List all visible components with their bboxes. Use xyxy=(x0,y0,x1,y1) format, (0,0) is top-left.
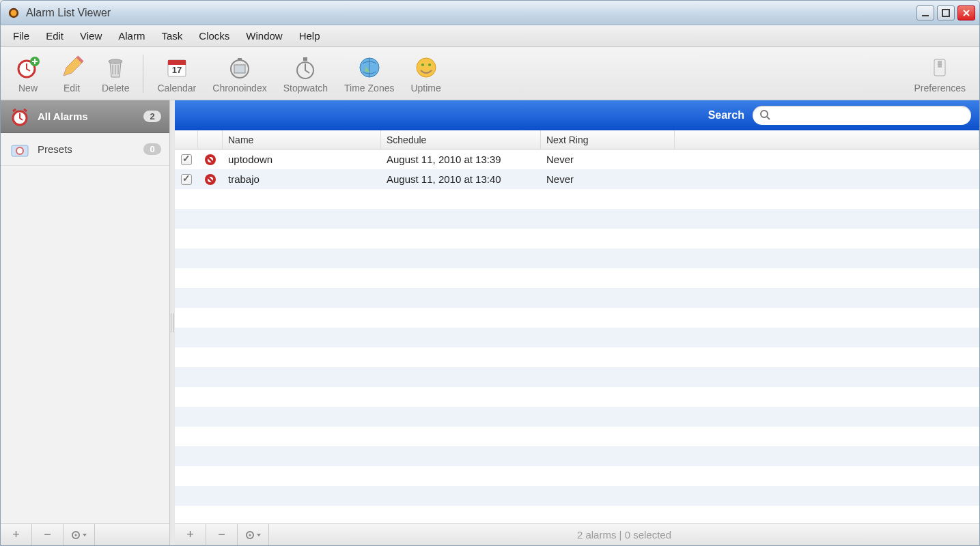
table-row[interactable]: trabajo August 11, 2010 at 13:40 Never xyxy=(175,169,979,189)
toolbar-chronoindex-label: Chronoindex xyxy=(212,83,266,94)
svg-point-6 xyxy=(109,59,122,63)
row-checkbox[interactable] xyxy=(181,154,192,165)
sidebar: All Alarms 2 Presets 0 + − xyxy=(1,100,170,545)
menu-help[interactable]: Help xyxy=(291,27,328,45)
menu-window[interactable]: Window xyxy=(238,27,290,45)
toolbar-chronoindex[interactable]: Chronoindex xyxy=(204,51,275,96)
sidebar-add-button[interactable]: + xyxy=(1,524,32,545)
toolbar: New Edit Delete 17 Calendar Chronoindex … xyxy=(1,47,979,100)
no-entry-icon xyxy=(204,173,216,186)
status-text: 2 alarms | 0 selected xyxy=(269,524,979,545)
main-actions-button[interactable] xyxy=(238,524,269,545)
table-body: uptodown August 11, 2010 at 13:39 Never … xyxy=(175,149,979,523)
plus-icon: + xyxy=(12,528,20,542)
plus-icon: + xyxy=(186,528,194,542)
sidebar-actions-button[interactable] xyxy=(64,524,95,545)
toolbar-new[interactable]: New xyxy=(6,51,50,96)
table-row[interactable]: uptodown August 11, 2010 at 13:39 Never xyxy=(175,149,979,169)
titlebar: Alarm List Viewer xyxy=(1,1,979,25)
cell-schedule: August 11, 2010 at 13:40 xyxy=(381,173,541,185)
splitter[interactable] xyxy=(170,100,175,545)
toolbar-stopwatch[interactable]: Stopwatch xyxy=(275,51,336,96)
sidebar-item-presets[interactable]: Presets 0 xyxy=(1,133,169,166)
col-header-nextring[interactable]: Next Ring xyxy=(541,130,675,149)
smiley-icon xyxy=(412,54,440,81)
cell-name: uptodown xyxy=(223,154,381,165)
toolbar-timezones[interactable]: Time Zones xyxy=(336,51,402,96)
table-header: Name Schedule Next Ring xyxy=(175,130,979,149)
switch-icon xyxy=(926,54,953,81)
svg-point-23 xyxy=(16,147,23,154)
svg-point-16 xyxy=(417,58,436,77)
svg-point-35 xyxy=(249,534,251,536)
search-bar: Search xyxy=(175,100,979,130)
search-box[interactable] xyxy=(753,106,971,125)
gear-dropdown-icon xyxy=(245,530,262,540)
toolbar-uptime[interactable]: Uptime xyxy=(402,51,449,96)
col-header-status[interactable] xyxy=(198,130,223,149)
search-input[interactable] xyxy=(774,110,964,121)
toolbar-edit[interactable]: Edit xyxy=(50,51,94,96)
pencil-icon xyxy=(58,54,85,81)
toolbar-new-label: New xyxy=(18,83,38,94)
svg-rect-2 xyxy=(922,15,929,16)
minimize-button[interactable] xyxy=(916,5,934,20)
main-add-button[interactable]: + xyxy=(175,524,206,545)
col-header-schedule[interactable]: Schedule xyxy=(381,130,541,149)
chronoindex-icon xyxy=(226,54,253,81)
alarm-clock-plus-icon xyxy=(14,54,42,81)
svg-point-25 xyxy=(74,534,76,536)
col-header-rest xyxy=(675,130,979,149)
row-checkbox[interactable] xyxy=(181,174,192,185)
toolbar-stopwatch-label: Stopwatch xyxy=(283,83,328,94)
search-label: Search xyxy=(708,109,744,121)
main-bottom-toolbar: + − 2 alarms | 0 selected xyxy=(175,523,979,545)
stopwatch-icon xyxy=(292,54,319,81)
alarm-clock-icon xyxy=(9,106,31,128)
body: All Alarms 2 Presets 0 + − xyxy=(1,100,979,545)
no-entry-icon xyxy=(204,154,216,166)
menu-clocks[interactable]: Clocks xyxy=(191,27,238,45)
calendar-icon: 17 xyxy=(163,54,191,81)
svg-text:17: 17 xyxy=(172,65,182,75)
cell-nextring: Never xyxy=(541,154,675,165)
menu-file[interactable]: File xyxy=(5,27,38,45)
sidebar-presets-label: Presets xyxy=(38,143,143,155)
maximize-button[interactable] xyxy=(937,5,955,20)
svg-point-1 xyxy=(11,10,17,16)
menubar: File Edit View Alarm Task Clocks Window … xyxy=(1,25,979,47)
main-remove-button[interactable]: − xyxy=(206,524,238,545)
cell-name: trabajo xyxy=(223,173,381,185)
toolbar-calendar-label: Calendar xyxy=(157,83,196,94)
toolbar-separator xyxy=(143,55,143,93)
svg-rect-14 xyxy=(303,57,307,61)
menu-alarm[interactable]: Alarm xyxy=(110,27,153,45)
minus-icon: − xyxy=(44,528,51,542)
trash-icon xyxy=(102,54,129,81)
sidebar-all-alarms-label: All Alarms xyxy=(38,111,143,122)
toolbar-calendar[interactable]: 17 Calendar xyxy=(149,51,204,96)
cell-nextring: Never xyxy=(541,173,675,185)
sidebar-remove-button[interactable]: − xyxy=(32,524,64,545)
col-header-name[interactable]: Name xyxy=(223,130,381,149)
close-button[interactable] xyxy=(957,5,975,20)
col-header-checkbox[interactable] xyxy=(175,130,198,149)
globe-icon xyxy=(356,54,383,81)
svg-rect-11 xyxy=(234,65,245,73)
toolbar-delete[interactable]: Delete xyxy=(94,51,137,96)
sidebar-item-all-alarms[interactable]: All Alarms 2 xyxy=(1,100,169,133)
sidebar-all-alarms-count: 2 xyxy=(143,111,161,122)
minus-icon: − xyxy=(218,528,225,542)
menu-edit[interactable]: Edit xyxy=(38,27,72,45)
menu-task[interactable]: Task xyxy=(153,27,191,45)
search-icon xyxy=(759,109,770,122)
toolbar-timezones-label: Time Zones xyxy=(344,83,394,94)
menu-view[interactable]: View xyxy=(72,27,110,45)
presets-folder-icon xyxy=(9,139,31,160)
gear-dropdown-icon xyxy=(71,530,87,540)
svg-point-18 xyxy=(428,63,431,66)
svg-rect-12 xyxy=(238,58,242,61)
app-icon xyxy=(8,7,20,19)
toolbar-preferences[interactable]: Preferences xyxy=(906,51,974,96)
main-panel: Search Name Schedule Next Ring xyxy=(175,100,979,545)
